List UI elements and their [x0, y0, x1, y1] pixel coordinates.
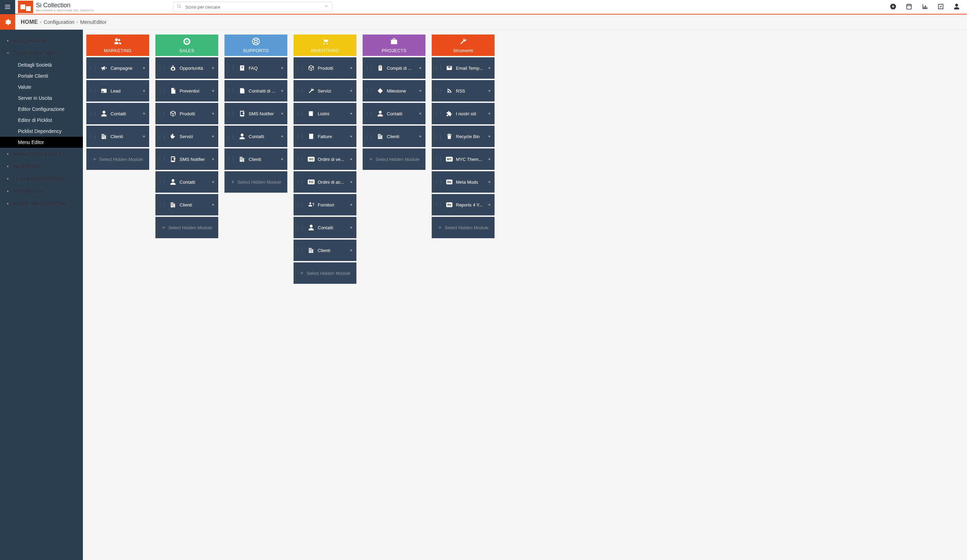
remove-button[interactable]: [211, 156, 216, 162]
drag-handle-icon[interactable]: ⋮⋮⋮⋮: [434, 180, 443, 184]
module-item[interactable]: ⋮⋮⋮⋮Contatti: [86, 103, 149, 124]
drag-handle-icon[interactable]: ⋮⋮⋮⋮: [296, 134, 305, 138]
drag-handle-icon[interactable]: ⋮⋮⋮⋮: [365, 66, 374, 70]
module-item[interactable]: ⋮⋮⋮⋮Lead: [86, 80, 149, 102]
drag-handle-icon[interactable]: ⋮⋮⋮⋮: [227, 134, 236, 138]
remove-button[interactable]: [211, 202, 216, 208]
select-hidden-module-button[interactable]: Select Hidden Module: [224, 171, 287, 193]
remove-button[interactable]: [487, 65, 492, 71]
remove-button[interactable]: [418, 65, 423, 71]
drag-handle-icon[interactable]: ⋮⋮⋮⋮: [227, 112, 236, 116]
remove-button[interactable]: [349, 202, 354, 208]
module-item[interactable]: ⋮⋮⋮⋮SMS Notifier: [224, 103, 287, 124]
module-item[interactable]: ⋮⋮⋮⋮SMS Notifier: [155, 148, 218, 170]
module-item[interactable]: ⋮⋮⋮⋮ReReports 4 Y...: [432, 194, 495, 216]
module-item[interactable]: ⋮⋮⋮⋮Contratti di ...: [224, 80, 287, 102]
sidebar-item[interactable]: Dettagli Società: [0, 59, 83, 71]
add-button[interactable]: [889, 3, 896, 11]
remove-button[interactable]: [280, 88, 285, 94]
drag-handle-icon[interactable]: ⋮⋮⋮⋮: [296, 112, 305, 116]
remove-button[interactable]: [142, 65, 147, 71]
sidebar-item[interactable]: Editor di Picklist: [0, 115, 83, 126]
remove-button[interactable]: [487, 179, 492, 185]
drag-handle-icon[interactable]: ⋮⋮⋮⋮: [365, 112, 374, 116]
drag-handle-icon[interactable]: ⋮⋮⋮⋮: [158, 157, 167, 161]
remove-button[interactable]: [349, 111, 354, 116]
drag-handle-icon[interactable]: ⋮⋮⋮⋮: [227, 89, 236, 93]
module-item[interactable]: ⋮⋮⋮⋮MYMYC Them...: [432, 148, 495, 170]
module-item[interactable]: ⋮⋮⋮⋮Contatti: [363, 103, 426, 124]
drag-handle-icon[interactable]: ⋮⋮⋮⋮: [434, 157, 443, 161]
drag-handle-icon[interactable]: ⋮⋮⋮⋮: [227, 157, 236, 161]
module-item[interactable]: ⋮⋮⋮⋮Clienti: [86, 126, 149, 147]
column-header[interactable]: PROJECTS: [363, 35, 426, 56]
module-item[interactable]: ⋮⋮⋮⋮Recycle Bin: [432, 126, 495, 147]
module-item[interactable]: ⋮⋮⋮⋮Clienti: [294, 240, 356, 261]
module-item[interactable]: ⋮⋮⋮⋮Email Temp...: [432, 57, 495, 79]
select-hidden-module-button[interactable]: Select Hidden Module: [363, 148, 426, 170]
sidebar-item[interactable]: Valute: [0, 81, 83, 92]
remove-button[interactable]: [211, 65, 216, 71]
sidebar-item[interactable]: Menu Editor: [0, 137, 83, 148]
remove-button[interactable]: [418, 111, 423, 116]
drag-handle-icon[interactable]: ⋮⋮⋮⋮: [434, 66, 443, 70]
column-header[interactable]: SALES: [155, 35, 218, 56]
sidebar-item[interactable]: Server in Uscita: [0, 92, 83, 104]
drag-handle-icon[interactable]: ⋮⋮⋮⋮: [365, 134, 374, 138]
module-item[interactable]: ⋮⋮⋮⋮Compiti di ...: [363, 57, 426, 79]
drag-handle-icon[interactable]: ⋮⋮⋮⋮: [158, 112, 167, 116]
column-header[interactable]: SUPPORTO: [224, 35, 287, 56]
module-item[interactable]: ⋮⋮⋮⋮Clienti: [155, 194, 218, 216]
module-item[interactable]: ⋮⋮⋮⋮Opportunità: [155, 57, 218, 79]
sidebar-group-head[interactable]: MARKETING & SALES: [0, 148, 83, 160]
sidebar-item[interactable]: Editor Configurazione: [0, 104, 83, 115]
remove-button[interactable]: [142, 88, 147, 94]
remove-button[interactable]: [349, 156, 354, 162]
remove-button[interactable]: [487, 202, 492, 208]
sidebar-item[interactable]: Picklist Dependency: [0, 126, 83, 137]
module-item[interactable]: ⋮⋮⋮⋮Prodotti: [155, 103, 218, 124]
drag-handle-icon[interactable]: ⋮⋮⋮⋮: [365, 89, 374, 93]
module-item[interactable]: ⋮⋮⋮⋮Milestone: [363, 80, 426, 102]
drag-handle-icon[interactable]: ⋮⋮⋮⋮: [296, 89, 305, 93]
column-header[interactable]: Strumenti: [432, 35, 495, 56]
tasks-button[interactable]: [937, 3, 944, 11]
sidebar-item[interactable]: Portale Clienti: [0, 71, 83, 81]
remove-button[interactable]: [349, 247, 354, 253]
module-item[interactable]: ⋮⋮⋮⋮Contatti: [294, 217, 356, 238]
module-item[interactable]: ⋮⋮⋮⋮Contatti: [155, 171, 218, 193]
select-hidden-module-button[interactable]: Select Hidden Module: [294, 262, 356, 284]
remove-button[interactable]: [487, 111, 492, 116]
select-hidden-module-button[interactable]: Select Hidden Module: [155, 217, 218, 238]
sidebar-group-head[interactable]: INVENTARIO: [0, 160, 83, 173]
select-hidden-module-button[interactable]: Select Hidden Module: [86, 148, 149, 170]
sidebar-group-head[interactable]: AUTOMATION: [0, 35, 83, 47]
module-item[interactable]: ⋮⋮⋮⋮Listini: [294, 103, 356, 124]
module-item[interactable]: ⋮⋮⋮⋮Preventivi: [155, 80, 218, 102]
module-item[interactable]: ⋮⋮⋮⋮Fatture: [294, 126, 356, 147]
module-item[interactable]: ⋮⋮⋮⋮Clienti: [224, 148, 287, 170]
sidebar-group-head[interactable]: LE MIE PREFERENZE: [0, 173, 83, 185]
sidebar-group-head[interactable]: CONFIGURATION: [0, 47, 83, 59]
breadcrumb-level1[interactable]: Configuration: [43, 19, 74, 25]
remove-button[interactable]: [280, 111, 285, 116]
drag-handle-icon[interactable]: ⋮⋮⋮⋮: [89, 112, 97, 116]
drag-handle-icon[interactable]: ⋮⋮⋮⋮: [296, 157, 305, 161]
module-item[interactable]: ⋮⋮⋮⋮RSS: [432, 80, 495, 102]
column-header[interactable]: MARKETING: [86, 35, 149, 56]
remove-button[interactable]: [349, 133, 354, 139]
module-item[interactable]: ⋮⋮⋮⋮Campagne: [86, 57, 149, 79]
remove-button[interactable]: [280, 156, 285, 162]
drag-handle-icon[interactable]: ⋮⋮⋮⋮: [158, 89, 167, 93]
module-item[interactable]: ⋮⋮⋮⋮I nostri siti: [432, 103, 495, 124]
remove-button[interactable]: [487, 88, 492, 94]
drag-handle-icon[interactable]: ⋮⋮⋮⋮: [158, 203, 167, 207]
sidebar-group-head[interactable]: ALTRE IMPOSTAZIONI: [0, 198, 83, 210]
remove-button[interactable]: [280, 133, 285, 139]
module-item[interactable]: ⋮⋮⋮⋮FAQ: [224, 57, 287, 79]
drag-handle-icon[interactable]: ⋮⋮⋮⋮: [89, 134, 97, 138]
select-hidden-module-button[interactable]: Select Hidden Module: [432, 217, 495, 238]
module-item[interactable]: ⋮⋮⋮⋮Prodotti: [294, 57, 356, 79]
column-header[interactable]: INVENTARIO: [294, 35, 356, 56]
brand-logo[interactable]: Si Collection RECUPERO E GESTIONE DEL CR…: [18, 1, 94, 13]
